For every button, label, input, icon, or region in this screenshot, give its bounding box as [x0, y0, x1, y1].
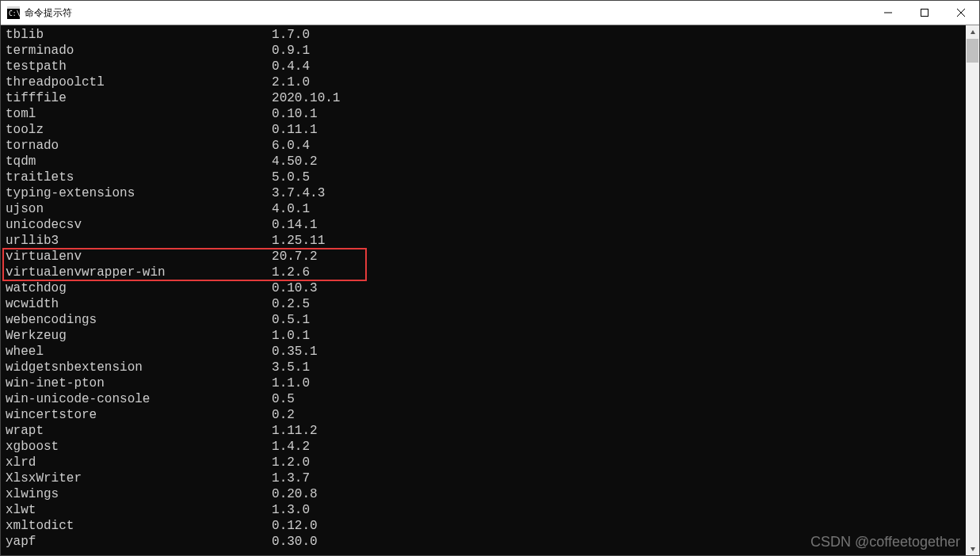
- package-row: xmltodict 0.12.0: [6, 518, 966, 534]
- scroll-up-button[interactable]: [966, 25, 979, 39]
- package-row: terminado 0.9.1: [6, 43, 966, 59]
- package-row: typing-extensions 3.7.4.3: [6, 185, 966, 201]
- package-row: toml 0.10.1: [6, 106, 966, 122]
- close-button[interactable]: [943, 1, 979, 25]
- package-row: watchdog 0.10.3: [6, 280, 966, 296]
- package-row: wincertstore 0.2: [6, 407, 966, 423]
- package-row: tblib 1.7.0: [6, 27, 966, 43]
- package-row: wcwidth 0.2.5: [6, 296, 966, 312]
- package-row: win-unicode-console 0.5: [6, 391, 966, 407]
- titlebar[interactable]: C:\ 命令提示符: [1, 1, 979, 25]
- scrollbar[interactable]: [966, 25, 979, 555]
- package-row: unicodecsv 0.14.1: [6, 217, 966, 233]
- package-row: xlwings 0.20.8: [6, 486, 966, 502]
- package-row: toolz 0.11.1: [6, 122, 966, 138]
- package-row: tornado 6.0.4: [6, 138, 966, 154]
- package-row: webencodings 0.5.1: [6, 312, 966, 328]
- scroll-thumb[interactable]: [967, 39, 978, 63]
- package-row: wheel 0.35.1: [6, 344, 966, 360]
- package-row: traitlets 5.0.5: [6, 169, 966, 185]
- window-title: 命令提示符: [25, 6, 72, 20]
- scroll-down-button[interactable]: [966, 542, 979, 555]
- package-row: ujson 4.0.1: [6, 201, 966, 217]
- package-row: win-inet-pton 1.1.0: [6, 375, 966, 391]
- package-row: urllib3 1.25.11: [6, 233, 966, 249]
- terminal-output[interactable]: tblib 1.7.0terminado 0.9.1testpath 0.4.4…: [1, 25, 966, 555]
- package-row: xlrd 1.2.0: [6, 455, 966, 470]
- cmd-icon: C:\: [7, 6, 20, 19]
- svg-text:C:\: C:\: [9, 10, 20, 17]
- svg-rect-4: [921, 10, 929, 17]
- package-row: tqdm 4.50.2: [6, 154, 966, 169]
- package-row: xgboost 1.4.2: [6, 439, 966, 455]
- package-row: virtualenvwrapper-win 1.2.6: [6, 265, 966, 280]
- package-row: yapf 0.30.0: [6, 534, 966, 550]
- maximize-button[interactable]: [906, 1, 943, 25]
- svg-rect-1: [7, 6, 20, 9]
- package-row: virtualenv 20.7.2: [6, 249, 966, 265]
- minimize-button[interactable]: [870, 1, 906, 25]
- package-row: threadpoolctl 2.1.0: [6, 74, 966, 90]
- client-area: tblib 1.7.0terminado 0.9.1testpath 0.4.4…: [1, 25, 979, 555]
- svg-marker-8: [970, 547, 975, 551]
- package-row: Werkzeug 1.0.1: [6, 328, 966, 344]
- scroll-track[interactable]: [966, 39, 979, 542]
- package-row: wrapt 1.11.2: [6, 423, 966, 439]
- package-row: tifffile 2020.10.1: [6, 90, 966, 106]
- package-row: testpath 0.4.4: [6, 59, 966, 74]
- package-row: XlsxWriter 1.3.7: [6, 470, 966, 486]
- svg-marker-7: [970, 30, 975, 34]
- package-row: xlwt 1.3.0: [6, 502, 966, 518]
- package-row: widgetsnbextension 3.5.1: [6, 360, 966, 375]
